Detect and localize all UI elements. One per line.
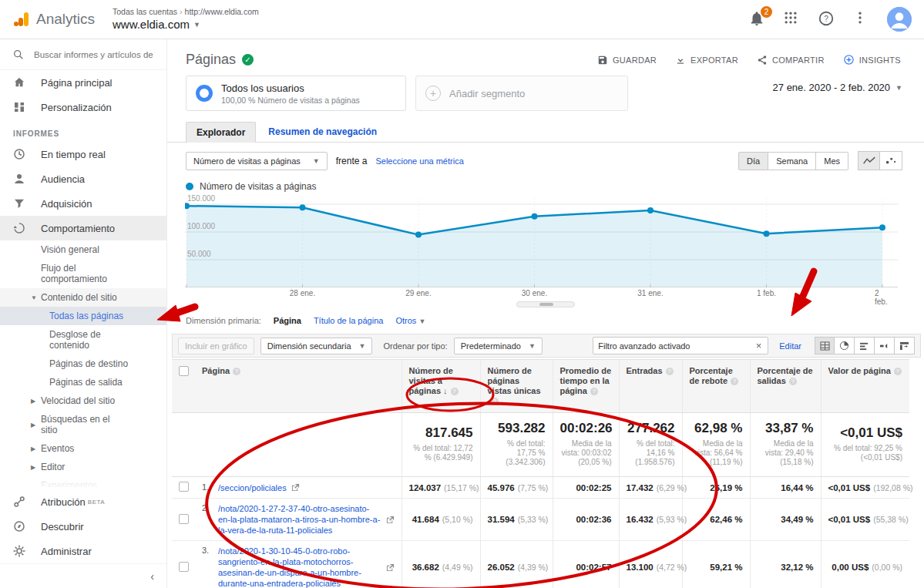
segment-card-all-users[interactable]: Todos los usuarios 100,00 % Número de vi… [186,76,406,111]
view-comparison-button[interactable] [875,337,895,354]
granularity-month-button[interactable]: Mes [816,152,848,170]
help-icon[interactable]: ? [789,378,797,385]
dimension-page[interactable]: Página [274,316,301,325]
column-header-entrances[interactable]: Entradas? [619,360,682,413]
page-link[interactable]: /nota/2020-1-27-2-37-40-otro-asesinato-e… [218,503,381,536]
page-link[interactable]: /seccion/policiales [218,482,287,493]
x-axis-tick-label: 29 ene. [405,289,431,297]
column-header-page-value[interactable]: Valor de página? [821,360,909,413]
help-icon[interactable]: ? [233,368,240,375]
sidebar-item-site-speed[interactable]: ▶ Velocidad del sitio [0,391,166,410]
tab-navigation-summary[interactable]: Resumen de navegación [256,122,389,142]
row-checkbox[interactable] [179,482,189,492]
sidebar-item-behavior[interactable]: Comportamiento [0,216,166,240]
export-button[interactable]: EXPORTAR [675,55,738,66]
dimension-other[interactable]: Otros ▼ [395,316,425,325]
sidebar-item-discover[interactable]: Descubrir [0,514,166,539]
view-pivot-button[interactable] [895,337,915,354]
line-chart-mode-button[interactable] [858,151,880,170]
sidebar-item-site-search[interactable]: ▶ Búsquedas en el sitio [0,410,166,439]
acquisition-icon [12,197,26,210]
granularity-week-button[interactable]: Semana [768,152,816,170]
sidebar-item-behavior-overview[interactable]: Visión general [0,240,166,259]
sidebar-item-all-pages[interactable]: Todas las páginas [0,307,166,325]
vs-label: frente a [336,156,368,166]
sidebar-item-audience[interactable]: Audiencia [0,166,166,191]
column-header-pageviews[interactable]: Número de visitas a páginas↓? [402,360,480,413]
apps-grid-button[interactable] [783,10,801,29]
help-icon[interactable]: ? [731,378,738,385]
select-metric-link[interactable]: Seleccione una métrica [375,156,463,166]
sidebar-item-admin[interactable]: Administrar [0,539,166,563]
sidebar-search[interactable] [0,39,166,70]
view-performance-button[interactable] [855,337,875,354]
chart-scrollbar[interactable] [516,301,575,307]
tab-explorer[interactable]: Explorador [186,122,256,143]
external-link-icon[interactable] [386,516,395,524]
sidebar-item-customization[interactable]: Personalización [0,95,166,119]
granularity-toggle: Día Semana Mes [738,152,848,170]
help-icon[interactable]: ? [666,368,674,375]
sidebar-item-events[interactable]: ▶ Eventos [0,439,166,458]
help-button[interactable]: ? [818,10,836,29]
sidebar-item-attribution[interactable]: Atribución BETA [0,489,166,514]
sidebar-item-acquisition[interactable]: Adquisición [0,191,166,216]
metric-dropdown[interactable]: Número de visitas a páginas ▼ [186,152,328,170]
table-row: 1./seccion/policiales 124.037(15,17 %) 4… [172,477,909,499]
sidebar-item-exit-pages[interactable]: Páginas de salida [0,373,166,391]
help-icon[interactable]: ? [894,368,902,375]
help-icon[interactable]: ? [590,388,598,395]
plot-rows-button[interactable]: Incluir en gráfico [178,338,254,354]
column-header-exit-rate[interactable]: Porcentaje de salidas? [750,360,821,413]
main-content: Páginas ✓ GUARDAR EXPORTAR COMPARTIR [167,39,924,588]
sidebar-item-behavior-flow[interactable]: Flujo del comportamiento [0,259,166,288]
help-icon[interactable]: ? [451,388,459,395]
external-link-icon[interactable] [386,563,395,572]
column-header-unique-pageviews[interactable]: Número de páginas vistas únicas? [480,360,553,413]
sidebar-item-site-content[interactable]: ▼ Contenido del sitio [0,288,166,307]
add-segment-button[interactable]: + Añadir segmento [415,76,628,111]
sidebar-item-editor[interactable]: ▶ Editor [0,458,166,476]
search-input[interactable] [34,50,156,59]
analytics-logo-icon [12,10,31,29]
edit-filter-link[interactable]: Editar [779,341,801,351]
table-view-icon [820,341,830,351]
notifications-button[interactable]: 2 [748,10,767,29]
sidebar-collapse-button[interactable]: ‹ [0,563,166,588]
person-icon [12,172,26,186]
plus-icon: + [425,86,441,101]
granularity-day-button[interactable]: Día [738,152,768,170]
view-table-button[interactable] [815,337,835,354]
avatar[interactable] [887,7,912,32]
sidebar-item-content-drilldown[interactable]: Desglose de contenido [0,325,166,354]
share-icon [757,55,768,66]
page-link[interactable]: /nota/2020-1-30-10-45-0-otro-robo-sangri… [218,546,381,588]
sidebar-item-home[interactable]: Página principal [0,70,166,95]
sort-type-button[interactable]: Predeterminado ▼ [454,338,543,354]
view-percentage-button[interactable] [835,337,855,354]
secondary-dimension-button[interactable]: Dimensión secundaria ▼ [260,338,373,354]
account-selector[interactable]: Todas las cuentas›http://www.eldia.com w… [113,7,259,32]
column-header-avg-time[interactable]: Promedio de tiempo en la página? [553,360,619,413]
analytics-logo[interactable]: Analytics [0,10,102,29]
sidebar-item-landing-pages[interactable]: Páginas de destino [0,354,166,373]
select-all-checkbox[interactable] [179,366,189,376]
date-range-picker[interactable]: 27 ene. 2020 - 2 feb. 2020 ▼ [773,76,902,93]
line-chart-icon [863,156,875,166]
column-header-page[interactable]: Página? [195,360,402,413]
dimension-page-title[interactable]: Título de la página [314,316,384,325]
advanced-filter-chip[interactable]: Filtro avanzado activado × [593,337,768,354]
help-icon[interactable]: ? [491,398,499,405]
save-button[interactable]: GUARDAR [597,55,657,66]
column-header-bounce-rate[interactable]: Porcentaje de rebote? [682,360,750,413]
x-axis-labels: 28 ene.29 ene.30 ene.31 ene.1 feb.2 feb. [185,287,898,299]
external-link-icon[interactable] [291,483,300,492]
sidebar-item-realtime[interactable]: En tiempo real [0,142,166,166]
overflow-menu-button[interactable] [852,10,871,29]
insights-button[interactable]: INSIGHTS [843,54,901,66]
close-icon[interactable]: × [754,340,764,351]
row-checkbox[interactable] [179,514,189,524]
share-button[interactable]: COMPARTIR [757,55,825,66]
motion-chart-mode-button[interactable] [880,151,902,170]
row-checkbox[interactable] [179,562,189,572]
